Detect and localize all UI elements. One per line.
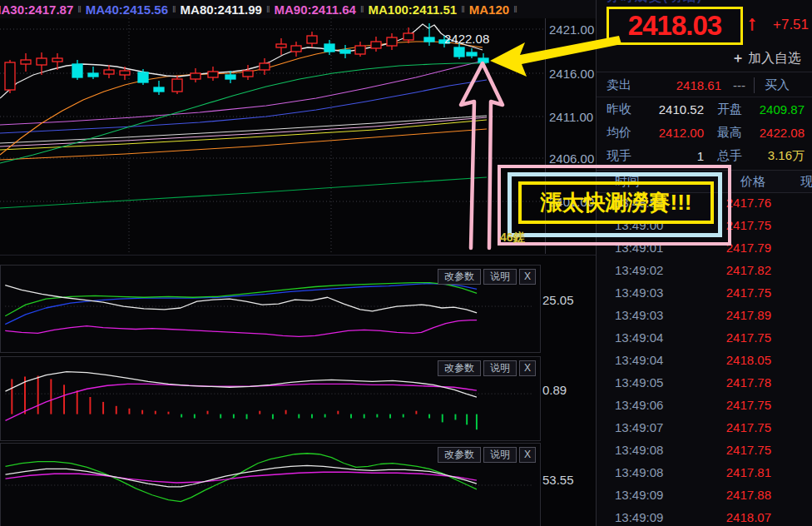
price-change: +7.51 [773, 17, 809, 33]
ma-label: MA80:2411.99 [181, 2, 262, 17]
ma-separator: ‖ [360, 4, 364, 14]
spread-dash: --- [733, 78, 745, 92]
avg-value: 2412.00 [641, 126, 704, 140]
tick-row: 13:49:052417.78 [597, 371, 812, 394]
ma-label: MA90:2411.64 [275, 2, 356, 17]
high-value: 2422.08 [742, 126, 812, 140]
tick-price: 2417.75 [706, 398, 771, 412]
open-value: 2409.87 [742, 102, 812, 117]
ma-separator: ‖ [77, 4, 82, 14]
indicator-panel-1: 改参数 说明 X [0, 265, 541, 353]
tick-time: 13:49:02 [597, 263, 706, 277]
high-label: 最高 [704, 125, 742, 141]
sell-buy-row: 卖出 2418.61 --- 买入 [597, 73, 812, 97]
corner-note: 46鎈 [500, 231, 525, 246]
annotation-text: 漲太快涮澇賽!!! [541, 188, 692, 217]
ma-separator: ‖ [461, 4, 465, 14]
prev-open-row: 昨收 2410.52 开盘 2409.87 [597, 97, 812, 121]
help-button[interactable]: 说明 [483, 447, 517, 463]
tick-time: 13:49:06 [597, 398, 706, 412]
last-price-box: 2418.03 [607, 7, 743, 45]
quote-panel: 分时成交(明细) 2418.03 ↑ +7.51 ＋ 加入自选 卖出 2418.… [596, 0, 812, 526]
annotation-callout-box: 漲太快涮澇賽!!! [518, 181, 714, 224]
tick-time: 13:49:09 [597, 510, 706, 524]
ma-label: MA100:2411.51 [368, 2, 457, 17]
help-button[interactable]: 说明 [483, 360, 517, 376]
last-price: 2418.03 [628, 10, 721, 42]
close-panel-button[interactable]: X [519, 447, 536, 463]
axis-tick: 2421.00 [549, 22, 594, 37]
ma-label: MA40:2415.56 [86, 2, 168, 17]
tick-price: 2417.75 [706, 420, 771, 434]
tick-price: 2417.89 [706, 308, 771, 322]
buy-label: 买入 [754, 77, 790, 93]
indicator-value-3: 53.55 [542, 473, 574, 487]
tick-price: 2417.78 [706, 375, 771, 390]
sell-price: 2418.61 [641, 78, 721, 92]
ma-label: MA120 [469, 2, 509, 17]
current-lot-value: 1 [641, 149, 704, 163]
main-candlestick-chart[interactable] [0, 18, 545, 254]
indicator-panel-2: 改参数 说明 X [0, 356, 541, 441]
sell-label: 卖出 [597, 77, 641, 93]
change-params-button[interactable]: 改参数 [438, 360, 481, 376]
tick-price: 2417.75 [706, 285, 771, 300]
tick-time: 13:49:09 [597, 488, 706, 502]
indicator-panel-3: 改参数 说明 X [0, 443, 541, 526]
close-panel-button[interactable]: X [519, 360, 536, 376]
tick-row: 13:49:092417.88 [597, 484, 812, 506]
avg-label: 均价 [597, 125, 641, 141]
indicator-value-1: 25.05 [542, 293, 574, 307]
close-panel-button[interactable]: X [519, 269, 536, 285]
axis-tick: 2406.00 [549, 151, 594, 166]
tick-row: 13:49:082417.75 [597, 439, 812, 461]
tick-price: 2417.88 [706, 488, 771, 502]
total-volume-label: 总手 [704, 148, 742, 164]
tick-price: 2418.05 [706, 353, 771, 367]
prev-close-label: 昨收 [597, 102, 641, 117]
tick-time: 13:49:07 [597, 420, 706, 434]
tick-row: 13:49:082417.81 [597, 461, 812, 484]
plus-icon: ＋ [731, 50, 745, 67]
change-params-button[interactable]: 改参数 [438, 447, 481, 463]
prev-close-value: 2410.52 [641, 102, 704, 117]
help-button[interactable]: 说明 [483, 269, 517, 285]
tick-time: 13:49:05 [597, 375, 706, 390]
tick-row: 13:49:042417.75 [597, 326, 812, 349]
tick-time: 13:49:08 [597, 465, 706, 479]
lot-volume-row: 现手 1 总手 3.16万 [597, 144, 812, 167]
tick-time: 13:49:04 [597, 353, 706, 367]
ma-separator: ‖ [513, 4, 517, 14]
total-volume-value: 3.16万 [742, 148, 812, 164]
tick-row: 13:49:022417.82 [597, 259, 812, 281]
tick-row: 13:49:062417.75 [597, 394, 812, 416]
tick-price: 2417.82 [706, 263, 771, 277]
tick-price: 2417.81 [706, 465, 771, 479]
axis-tick: 2416.00 [549, 67, 594, 81]
divider [0, 255, 596, 256]
ma-label: MA30:2417.87 [0, 2, 73, 17]
quote-info-grid: 卖出 2418.61 --- 买入 昨收 2410.52 开盘 2409.87 … [597, 73, 812, 167]
tick-row: 13:49:092418.07 [597, 506, 812, 526]
change-params-button[interactable]: 改参数 [438, 269, 481, 285]
tick-time: 13:49:08 [597, 443, 706, 457]
watchlist-label: 加入自选 [748, 50, 801, 67]
tick-row: 13:49:032417.75 [597, 281, 812, 304]
open-label: 开盘 [704, 102, 742, 117]
tick-time: 13:49:04 [597, 330, 706, 345]
tick-row: 13:49:032417.89 [597, 304, 812, 326]
add-to-watchlist-button[interactable]: ＋ 加入自选 [597, 45, 812, 72]
tick-time: 13:49:03 [597, 285, 706, 300]
tick-time: 13:49:03 [597, 308, 706, 322]
trading-app-window: MA30:2417.87‖MA40:2415.56‖MA80:2411.99‖M… [0, 0, 812, 526]
tick-price: 2417.75 [706, 443, 771, 457]
ma-indicator-bar: MA30:2417.87‖MA40:2415.56‖MA80:2411.99‖M… [0, 0, 596, 18]
ma-separator: ‖ [266, 4, 270, 14]
current-lot-label: 现手 [597, 148, 641, 164]
tick-row: 13:49:042418.05 [597, 349, 812, 371]
clipped-panel-title: 分时成交(明细) [607, 0, 798, 4]
col-lot: 现 [800, 174, 812, 190]
avg-high-row: 均价 2412.00 最高 2422.08 [597, 121, 812, 144]
ma-separator: ‖ [172, 4, 176, 14]
axis-tick: 2411.00 [549, 110, 593, 124]
